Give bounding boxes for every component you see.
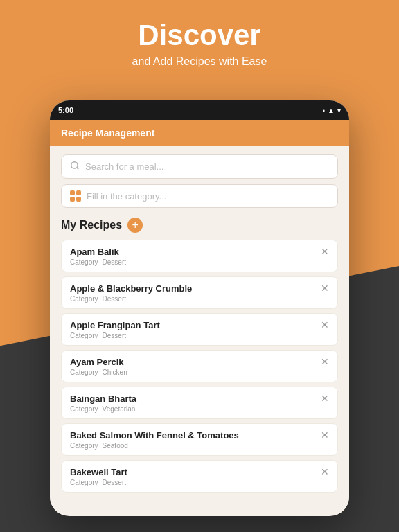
status-time: 5:00 [58, 106, 73, 114]
recipe-category-value: Vegetarian [103, 405, 136, 413]
wifi-icon: ▾ [337, 107, 341, 114]
recipe-item-header: Baked Salmon With Fennel & Tomatoes ✕ [70, 429, 329, 441]
recipe-category-label: Category [70, 332, 98, 339]
recipe-category-label: Category [70, 258, 98, 266]
recipe-item-header: Apple & Blackberry Crumble ✕ [70, 283, 329, 294]
recipe-category-label: Category [70, 369, 98, 376]
recipe-meta: Category Dessert [70, 258, 329, 266]
recipe-name: Apple & Blackberry Crumble [70, 283, 192, 294]
recipe-item[interactable]: Ayam Percik ✕ Category Chicken [61, 350, 338, 382]
add-recipe-button[interactable]: + [127, 218, 143, 233]
app-title: Recipe Management [61, 127, 154, 139]
status-bar: 5:00 ▪ ▲ ▾ [50, 100, 349, 120]
recipe-name: Apple Frangipan Tart [70, 320, 160, 330]
recipe-meta: Category Dessert [70, 479, 329, 486]
close-icon[interactable]: ✕ [321, 283, 329, 294]
recipe-item[interactable]: Apple Frangipan Tart ✕ Category Dessert [61, 313, 338, 346]
close-icon[interactable]: ✕ [321, 246, 329, 257]
category-placeholder: Fill in the category... [87, 191, 166, 202]
recipe-item-header: Apple Frangipan Tart ✕ [70, 319, 329, 330]
close-icon[interactable]: ✕ [321, 393, 329, 404]
recipe-category-value: Dessert [103, 295, 126, 303]
recipe-list: Apam Balik ✕ Category Dessert Apple & Bl… [61, 240, 338, 497]
category-bar[interactable]: Fill in the category... [61, 184, 338, 208]
recipe-item[interactable]: Bakewell Tart ✕ Category Dessert [61, 460, 338, 493]
app-content: Search for a meal... Fill in the categor… [50, 146, 349, 515]
battery-icon: ▪ [323, 107, 326, 114]
app-header: Recipe Management [50, 120, 349, 146]
recipe-category-label: Category [70, 442, 98, 450]
recipe-category-value: Dessert [103, 332, 126, 339]
recipe-meta: Category Dessert [70, 295, 329, 303]
recipe-category-label: Category [70, 405, 98, 413]
recipe-item[interactable]: Apple & Blackberry Crumble ✕ Category De… [61, 276, 338, 309]
recipe-meta: Category Seafood [70, 442, 329, 450]
recipe-category-label: Category [70, 479, 98, 486]
recipe-meta: Category Vegetarian [70, 405, 329, 413]
recipe-category-value: Seafood [103, 442, 128, 450]
recipe-item[interactable]: Baked Salmon With Fennel & Tomatoes ✕ Ca… [61, 423, 338, 456]
recipe-item-header: Bakewell Tart ✕ [70, 466, 329, 477]
svg-line-1 [77, 168, 79, 170]
phone-frame: 5:00 ▪ ▲ ▾ Recipe Management Search for … [50, 100, 349, 516]
recipe-name: Bakewell Tart [70, 467, 127, 477]
hero-title: Discover [0, 19, 399, 51]
search-placeholder: Search for a meal... [85, 161, 163, 172]
hero-section: Discover and Add Recipes with Ease [0, 19, 399, 68]
recipe-name: Baingan Bharta [70, 393, 136, 404]
section-title: My Recipes [61, 219, 122, 231]
signal-icon: ▲ [328, 107, 335, 114]
close-icon[interactable]: ✕ [321, 319, 329, 330]
hero-subtitle: and Add Recipes with Ease [0, 55, 399, 68]
recipe-item-header: Baingan Bharta ✕ [70, 393, 329, 404]
recipe-meta: Category Dessert [70, 332, 329, 339]
recipe-meta: Category Chicken [70, 369, 329, 376]
recipe-item-header: Ayam Percik ✕ [70, 356, 329, 367]
recipe-name: Baked Salmon With Fennel & Tomatoes [70, 430, 239, 441]
recipe-category-label: Category [70, 295, 98, 303]
search-bar[interactable]: Search for a meal... [61, 154, 338, 179]
close-icon[interactable]: ✕ [321, 429, 329, 441]
recipe-name: Apam Balik [70, 247, 119, 257]
close-icon[interactable]: ✕ [321, 356, 329, 367]
recipe-item[interactable]: Baingan Bharta ✕ Category Vegetarian [61, 387, 338, 419]
recipe-item-header: Apam Balik ✕ [70, 246, 329, 257]
recipe-category-value: Dessert [103, 258, 126, 266]
search-icon [70, 161, 80, 172]
recipe-item[interactable]: Apam Balik ✕ Category Dessert [61, 240, 338, 272]
recipe-category-value: Dessert [103, 479, 126, 486]
svg-point-0 [71, 162, 78, 168]
section-header: My Recipes + [61, 218, 338, 233]
recipe-category-value: Chicken [103, 369, 127, 376]
recipe-name: Ayam Percik [70, 357, 124, 367]
grid-icon [70, 190, 81, 202]
status-icons: ▪ ▲ ▾ [323, 107, 341, 114]
close-icon[interactable]: ✕ [321, 466, 329, 477]
